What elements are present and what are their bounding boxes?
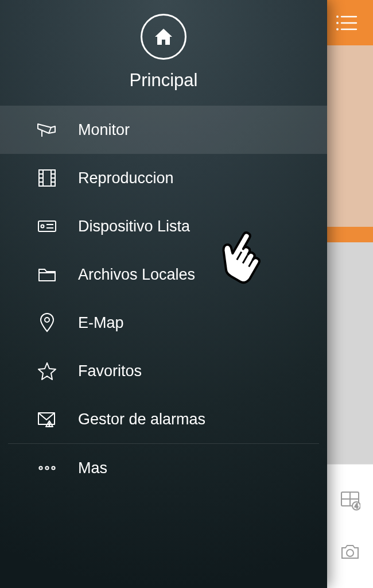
svg-point-33 bbox=[52, 466, 55, 469]
sidebar-item-mas[interactable]: Mas bbox=[0, 444, 327, 492]
home-icon[interactable] bbox=[141, 14, 187, 60]
svg-point-2 bbox=[336, 22, 339, 24]
sidebar-item-reproduccion[interactable]: Reproduccion bbox=[0, 154, 327, 202]
svg-point-30 bbox=[49, 425, 49, 425]
sidebar-item-archivos-locales[interactable]: Archivos Locales bbox=[0, 250, 327, 299]
svg-point-27 bbox=[45, 318, 49, 322]
selection-strip bbox=[327, 227, 373, 242]
sidebar-item-label: Favoritos bbox=[78, 362, 142, 380]
device-icon bbox=[36, 215, 59, 238]
sidebar-item-label: Dispositivo Lista bbox=[78, 218, 190, 235]
background-content: 4 bbox=[327, 0, 373, 588]
star-icon bbox=[36, 359, 59, 382]
svg-point-0 bbox=[336, 16, 339, 18]
grid4-icon[interactable]: 4 bbox=[339, 489, 362, 512]
sidebar-item-favoritos[interactable]: Favoritos bbox=[0, 347, 327, 395]
svg-point-31 bbox=[39, 466, 42, 469]
sidebar-item-label: Reproduccion bbox=[78, 169, 174, 187]
camera-icon bbox=[36, 118, 59, 141]
sidebar-header: Principal bbox=[0, 0, 327, 106]
sidebar-item-dispositivo-lista[interactable]: Dispositivo Lista bbox=[0, 202, 327, 250]
svg-text:4: 4 bbox=[355, 503, 358, 509]
more-icon bbox=[36, 457, 59, 479]
bottom-toolbar: 4 bbox=[327, 464, 373, 588]
sidebar-item-monitor[interactable]: Monitor bbox=[0, 106, 327, 154]
sidebar-title: Principal bbox=[130, 70, 198, 91]
sidebar-drawer: Principal Monitor bbox=[0, 0, 327, 588]
sidebar-item-emap[interactable]: E-Map bbox=[0, 299, 327, 347]
svg-point-32 bbox=[45, 466, 48, 469]
menu-list-icon[interactable] bbox=[336, 14, 358, 32]
pin-icon bbox=[36, 311, 59, 334]
svg-point-23 bbox=[41, 225, 44, 228]
sidebar-item-gestor-alarmas[interactable]: Gestor de alarmas bbox=[0, 395, 327, 443]
sidebar-menu: Monitor Reproduccion bbox=[0, 106, 327, 443]
alarm-icon bbox=[36, 408, 59, 431]
sidebar-item-label: Gestor de alarmas bbox=[78, 411, 205, 428]
video-tile bbox=[327, 45, 373, 227]
svg-point-4 bbox=[336, 28, 339, 30]
top-bar bbox=[327, 0, 373, 45]
empty-tile bbox=[327, 242, 373, 464]
sidebar-item-label: Mas bbox=[78, 459, 107, 477]
camera-snapshot-icon[interactable] bbox=[339, 540, 362, 563]
film-icon bbox=[36, 167, 59, 189]
sidebar-item-label: E-Map bbox=[78, 314, 124, 332]
sidebar-item-label: Monitor bbox=[78, 121, 130, 139]
sidebar-item-label: Archivos Locales bbox=[78, 266, 195, 284]
folder-icon bbox=[36, 263, 59, 286]
svg-point-11 bbox=[347, 550, 353, 556]
